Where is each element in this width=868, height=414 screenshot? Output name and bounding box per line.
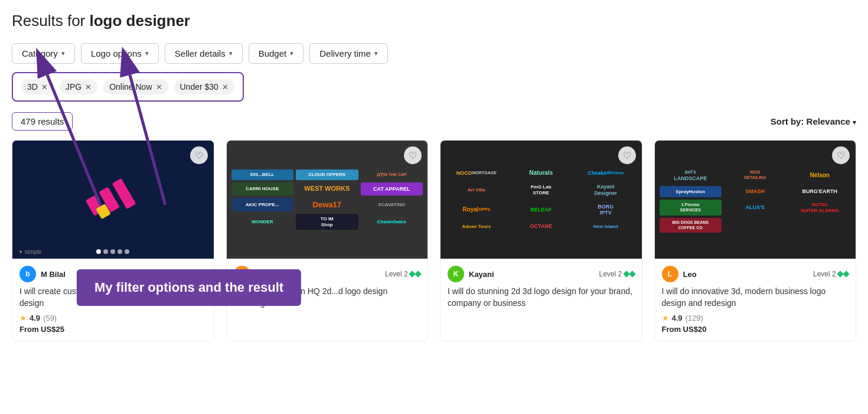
card-image-1: ✦ simple ♡ [12, 141, 214, 259]
filter-tag-3d[interactable]: 3D ✕ [21, 79, 54, 94]
seller-details-filter[interactable]: Seller details ▾ [165, 43, 243, 64]
card-image-2: DIS...BELL CLOUD OFFERS ATIN THE CAP CAR… [227, 141, 428, 259]
results-bar: 479 results Sort by: Relevance ▾ [12, 112, 856, 131]
sort-controls: Sort by: Relevance ▾ [771, 116, 856, 126]
badge-level-4: Level 2 [813, 270, 849, 278]
star-icon: ★ [19, 314, 27, 322]
badge-choice-1: Fiverr's Choice [151, 269, 206, 279]
card-title-3: I will do stunning 2d 3d logo design for… [448, 286, 635, 309]
rating-count-1: (59) [43, 314, 57, 322]
wishlist-button-4[interactable]: ♡ [832, 146, 850, 164]
rating-row-4: ★ 4.9 (129) [662, 314, 849, 322]
remove-tag-budget[interactable]: ✕ [222, 83, 229, 92]
seller-name-1: M Bilal [41, 270, 66, 279]
chevron-down-icon: ▾ [229, 50, 233, 57]
rating-value-1: 4.9 [30, 314, 40, 322]
card-image-4: avi'sLANDSCAPE RIOSDETAILING Nelson Spra… [655, 141, 856, 259]
rating-count-4: (129) [686, 314, 703, 322]
card-image-3: NOCOMORTGAGE Naturals CheakeWireless Art… [440, 141, 642, 259]
filter-tag-jpg[interactable]: JPG ✕ [60, 79, 97, 94]
chevron-down-icon: ▾ [290, 50, 293, 57]
avatar-2: H [234, 266, 250, 282]
seller-name-3: Kayani [469, 270, 494, 279]
avatar-1: b [19, 266, 36, 282]
logo-options-filter[interactable]: Logo options ▾ [81, 43, 159, 64]
wishlist-button-2[interactable]: ♡ [404, 146, 422, 164]
seller-name-2: sha [255, 270, 268, 279]
wishlist-button-1[interactable]: ♡ [190, 146, 208, 164]
card-title-4: I will do innovative 3d, modern business… [662, 286, 849, 309]
rating-row-1: ★ 4.9 (59) [19, 314, 207, 322]
avatar-3: K [448, 266, 464, 282]
card-2: DIS...BELL CLOUD OFFERS ATIN THE CAP CAR… [226, 140, 429, 341]
price-row-1: From US$25 [19, 325, 207, 334]
price-row-4: From US$20 [662, 325, 849, 334]
cards-wrapper: ✦ simple ♡ b M Bilal Fiverr's C [12, 140, 856, 341]
page-title: Results for logo designer [12, 12, 856, 30]
chevron-down-icon: ▾ [374, 50, 378, 57]
filter-tag-budget[interactable]: Under $30 ✕ [174, 79, 234, 94]
card1-logo [83, 173, 142, 226]
badge-level-2: Level 2 [385, 270, 420, 278]
avatar-4: L [662, 266, 678, 282]
category-filter[interactable]: Category ▾ [12, 43, 75, 64]
wishlist-button-3[interactable]: ♡ [618, 146, 636, 164]
remove-tag-online[interactable]: ✕ [156, 83, 162, 92]
filters-row: Category ▾ Logo options ▾ Seller details… [12, 43, 856, 64]
remove-tag-3d[interactable]: ✕ [41, 83, 48, 92]
active-filters-box: 3D ✕ JPG ✕ Online Now ✕ Under $30 ✕ [12, 72, 244, 102]
card-3: NOCOMORTGAGE Naturals CheakeWireless Art… [440, 140, 642, 341]
chevron-down-icon: ▾ [61, 50, 65, 57]
card-4: avi'sLANDSCAPE RIOSDETAILING Nelson Spra… [654, 140, 857, 341]
budget-filter[interactable]: Budget ▾ [249, 43, 304, 64]
seller-name-4: Leo [683, 270, 697, 279]
filter-tag-online[interactable]: Online Now ✕ [103, 79, 168, 94]
card-title-1: I will create custom unique modern busin… [19, 286, 207, 309]
chevron-down-icon: ▾ [145, 50, 149, 57]
results-count: 479 results [12, 112, 73, 131]
star-icon-4: ★ [662, 314, 669, 322]
remove-tag-jpg[interactable]: ✕ [85, 83, 92, 92]
delivery-time-filter[interactable]: Delivery time ▾ [309, 43, 388, 64]
cards-grid: ✦ simple ♡ b M Bilal Fiverr's C [12, 140, 856, 341]
chevron-down-icon: ▾ [853, 119, 856, 126]
card-1: ✦ simple ♡ b M Bilal Fiverr's C [12, 140, 214, 341]
sort-value[interactable]: Relevance ▾ [807, 116, 856, 126]
card-title-2: I will cre...e modern HQ 2d...d logo des… [234, 286, 421, 309]
badge-level-3: Level 2 [599, 270, 634, 278]
rating-value-4: 4.9 [672, 314, 683, 322]
